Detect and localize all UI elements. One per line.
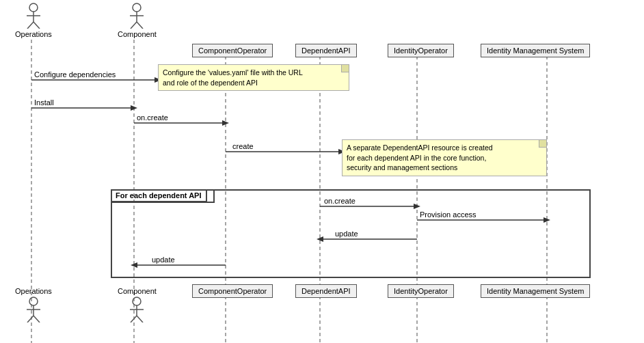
msg-configure-label: Configure dependencies xyxy=(34,70,116,79)
actor-operations-label: Operations xyxy=(15,30,52,38)
actor-operations-bottom: Operations xyxy=(15,287,52,323)
lifeline-box-dependentapi-bottom: DependentAPI xyxy=(295,284,357,298)
msg-provision-label: Provision access xyxy=(420,210,477,219)
note-dependentapi: A separate DependentAPI resource is crea… xyxy=(342,139,547,176)
svg-line-33 xyxy=(137,22,143,29)
svg-point-29 xyxy=(133,3,141,12)
svg-line-28 xyxy=(33,22,40,29)
svg-line-42 xyxy=(131,316,137,323)
sequence-diagram: Operations Component ComponentOperator D… xyxy=(0,0,644,343)
lifeline-box-identitymgmt: Identity Management System xyxy=(481,44,590,57)
actor-operations-top: Operations xyxy=(15,3,52,38)
lifeline-box-dependentapi: DependentAPI xyxy=(295,44,357,57)
actor-component-bottom: Component xyxy=(118,287,157,323)
lifeline-box-componentoperator: ComponentOperator xyxy=(192,44,273,57)
msg-update1-label: update xyxy=(335,230,358,238)
svg-point-39 xyxy=(133,297,141,305)
actor-component-figure-bottom xyxy=(127,297,146,323)
msg-oncreate1-label: on.create xyxy=(137,113,168,122)
fragment-label: For each dependent API xyxy=(111,190,207,202)
svg-point-34 xyxy=(29,297,38,305)
note-configure: Configure the 'values.yaml' file with th… xyxy=(158,64,349,91)
msg-create-label: create xyxy=(232,142,254,150)
actor-figure-top xyxy=(24,3,43,29)
msg-update2-label: update xyxy=(152,256,175,264)
lifeline-box-identityoperator: IdentityOperator xyxy=(388,44,454,57)
msg-oncreate2-label: on.create xyxy=(324,197,355,205)
svg-line-38 xyxy=(33,316,40,323)
svg-line-43 xyxy=(137,316,143,323)
msg-install-label: Install xyxy=(34,98,54,107)
actor-operations-bottom-label: Operations xyxy=(15,287,52,295)
svg-line-32 xyxy=(131,22,137,29)
actor-component-bottom-label: Component xyxy=(118,287,157,295)
lifeline-box-identityoperator-bottom: IdentityOperator xyxy=(388,284,454,298)
svg-point-24 xyxy=(29,3,38,12)
svg-line-37 xyxy=(27,316,33,323)
actor-component-label: Component xyxy=(118,30,157,38)
lifeline-box-identitymgmt-bottom: Identity Management System xyxy=(481,284,590,298)
svg-line-27 xyxy=(27,22,33,29)
actor-component-top: Component xyxy=(118,3,157,38)
lifeline-box-componentoperator-bottom: ComponentOperator xyxy=(192,284,273,298)
actor-component-figure-top xyxy=(127,3,146,29)
actor-figure-bottom xyxy=(24,297,43,323)
